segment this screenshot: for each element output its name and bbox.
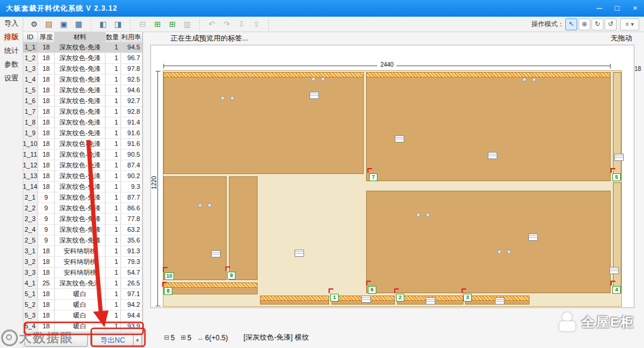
board-piece-strip-4[interactable] [613,182,621,293]
table-cell: 深灰纹色-免漆 [55,278,106,288]
table-row[interactable]: 1_1118深灰纹色-免漆190.5 [23,150,143,160]
table-row[interactable]: 1_1418深灰纹色-免漆19.3 [23,182,143,192]
table-cell: 深灰纹色-免漆 [55,235,106,246]
rotate-cw-button[interactable]: ↻ [592,18,603,30]
table-row[interactable]: 1_718深灰纹色-免漆192.8 [23,107,143,117]
piece-number-marker[interactable]: 9 [227,272,236,279]
table-cell: 5_1 [23,289,38,299]
board-piece-mid-right[interactable] [366,191,611,293]
table-row[interactable]: 1_118深灰纹色-免漆194.5 [23,42,143,53]
label-tag-icon[interactable]: ▤ [42,18,55,31]
edgeband-hatch [164,73,363,77]
sidebar-item-settings[interactable]: 设置 [0,72,23,85]
table-row[interactable]: 1_618深灰纹色-免漆192.7 [23,96,143,107]
sidebar-item-layout[interactable]: 排版 [0,30,23,44]
export-nc-button[interactable]: 导出NC [92,334,134,347]
layout-canvas[interactable]: 2440 1220 75109861234 [150,45,634,308]
export-nc-dropdown[interactable]: ▾ [133,334,142,347]
table-row[interactable]: 1_518深灰纹色-免漆194.6 [23,85,143,96]
main-status-bar: 正在生成预览用的标签... 无拖动 [143,32,644,45]
table-row[interactable]: 2_29深灰纹色-免漆186.6 [23,203,143,214]
pan-mode-button[interactable]: ⊕ [578,18,590,30]
table-row[interactable]: 3_118安科纳胡桃191.3 [23,246,143,257]
settings-gear-icon[interactable]: ⚙ [27,18,41,31]
table-row[interactable]: 5_418暖白193.9 [23,321,143,332]
save-icon: ⊟ [136,18,149,31]
table-row[interactable]: 1_1318深灰纹色-免漆190.2 [23,171,143,182]
add-board-icon[interactable]: ⊞ [151,18,164,31]
table-row[interactable]: 1_218深灰纹色-免漆196.7 [23,53,143,64]
piece-number-marker[interactable]: 6 [368,286,376,294]
table-cell: 26.5 [121,278,143,288]
table-row[interactable]: 2_39深灰纹色-免漆177.8 [23,214,143,225]
table-cell: 18 [38,310,55,321]
board-piece-mid-left[interactable] [163,176,227,280]
board-piece-top-right[interactable] [366,72,611,181]
piece-number-marker[interactable]: 5 [612,173,621,181]
grid-icon[interactable]: ▦ [72,18,85,31]
cut-stat: ⊞5 [181,334,191,342]
piece-number-marker[interactable]: 4 [612,286,621,294]
drill-hole [426,213,430,217]
table-cell: 1 [106,182,121,192]
sidebar-item-import[interactable]: 导入 [0,17,23,30]
piece-number-marker[interactable]: 2 [396,294,404,302]
table-row[interactable]: 1_418深灰纹色-免漆192.5 [23,74,143,85]
add-part-icon[interactable]: ⊞ [166,18,179,31]
column-header[interactable]: 材料 [55,32,106,42]
table-header-row: ID厚度材料数量利用率 [23,32,143,43]
table-row[interactable]: 5_218暖白194.2 [23,300,143,310]
table-row[interactable]: 5_318暖白194.4 [23,310,143,321]
minimize-button[interactable]: ─ [590,0,608,17]
panel-left-icon[interactable]: ◧ [97,18,110,31]
cut-stats: ⊟5⊞5↔6(+0.5) [164,334,228,342]
piece-number-marker[interactable]: 3 [463,294,472,302]
table-row[interactable]: 5_118暖白197.1 [23,289,143,300]
table-row[interactable]: 1_1218深灰纹色-免漆187.4 [23,160,143,171]
sidebar-item-params[interactable]: 参数 [0,58,23,72]
table-row[interactable]: 4_125深灰纹色-免漆126.5 [23,278,143,289]
table-row[interactable]: 1_1018深灰纹色-免漆191.6 [23,139,143,150]
image-icon[interactable]: ▣ [57,18,70,31]
rotate-ccw-button[interactable]: ↺ [605,18,617,30]
panel-right-icon[interactable]: ◨ [112,18,125,31]
column-header[interactable]: 利用率 [121,32,143,42]
table-footer: 导出NC ▾ [23,332,143,348]
piece-number-marker[interactable]: 1 [330,294,339,302]
table-cell: 5_4 [23,321,38,331]
table-cell: 1 [106,85,121,95]
table-row[interactable]: 1_318深灰纹色-免漆197.8 [23,64,143,74]
table-row[interactable]: 3_318安科纳胡桃154.7 [23,268,143,278]
maximize-button[interactable]: □ [608,0,626,17]
mode-dropdown[interactable]: ≡ ▾ [620,18,639,30]
table-row[interactable]: 1_918深灰纹色-免漆191.6 [23,128,143,139]
app-window: 大板套裁开料优化系统 V 2.3.12 ─□× ⚙▤▣▦◧◨⊟⊞⊞▥↶↷⇩⇧ 操… [0,0,644,348]
board-piece-strip-8[interactable] [163,282,258,294]
origin-corner-mark [394,288,399,293]
board-piece-top-left[interactable] [163,72,364,174]
table-cell: 1 [106,192,121,203]
table-row[interactable]: 2_59深灰纹色-免漆135.6 [23,235,143,246]
label-preview-icon [488,152,497,159]
board-piece-bottom-a[interactable] [260,296,329,304]
piece-number-marker[interactable]: 7 [369,173,377,181]
table-cell: 91.6 [121,139,143,149]
close-button[interactable]: × [626,0,644,17]
drill-hole [522,77,527,82]
piece-number-marker[interactable]: 10 [165,272,174,280]
cursor-mode-button[interactable]: ↖ [565,18,577,30]
piece-number-marker[interactable]: 8 [164,287,172,295]
table-cell: 1 [106,225,121,235]
column-header[interactable]: 数量 [106,32,121,42]
table-row[interactable]: 2_19深灰纹色-免漆187.7 [23,192,143,203]
column-header[interactable]: 厚度 [38,32,55,42]
board-piece-mid-9[interactable] [229,176,258,280]
secondary-button[interactable] [24,334,88,347]
board-piece-strip-5[interactable] [613,72,621,180]
table-row[interactable]: 2_49深灰纹色-免漆163.2 [23,225,143,235]
column-header[interactable]: ID [23,32,38,42]
table-cell: 18 [38,139,55,149]
sidebar-item-stats[interactable]: 统计 [0,44,23,58]
table-row[interactable]: 3_218安科纳胡桃179.3 [23,257,143,268]
table-row[interactable]: 1_818深灰纹色-免漆191.4 [23,117,143,128]
